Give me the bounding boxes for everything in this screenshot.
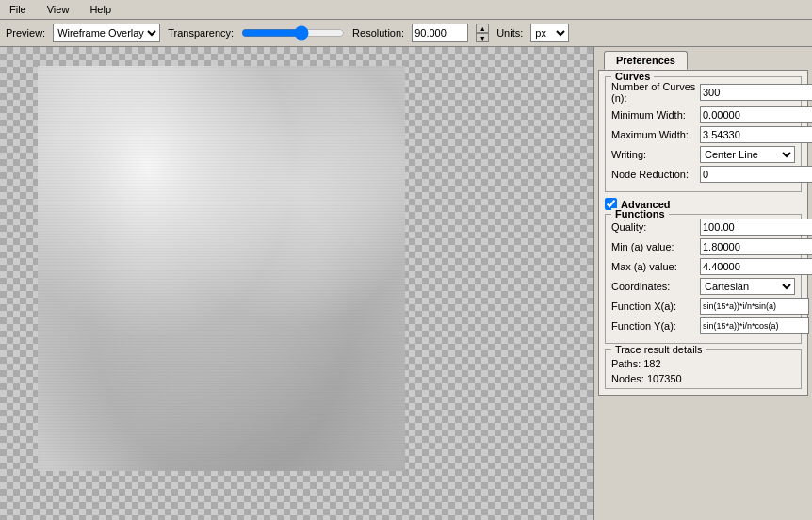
menu-view[interactable]: View — [41, 2, 75, 17]
node-reduction-label: Node Reduction: — [611, 169, 696, 180]
transparency-label: Transparency: — [168, 27, 234, 39]
function-y-label: Function Y(a): — [611, 320, 696, 332]
writing-control: Center Line Outline — [700, 146, 795, 163]
preview-label: Preview: — [6, 27, 45, 39]
nodes-label: Nodes: — [611, 373, 644, 384]
max-width-row: Maximum Width: ▲ ▼ — [611, 126, 795, 143]
function-y-control — [700, 317, 809, 334]
right-panel: Preferences Curves Number of Curves (n):… — [593, 47, 812, 520]
transparency-slider-container — [241, 25, 345, 41]
trace-result-section: Trace result details Paths: 182 Nodes: 1… — [605, 349, 802, 389]
node-reduction-input[interactable] — [700, 166, 812, 183]
max-a-row: Max (a) value: ▲ ▼ — [611, 258, 795, 275]
max-width-control: ▲ ▼ — [700, 126, 812, 143]
min-a-control: ▲ ▼ — [700, 238, 812, 255]
paths-label: Paths: — [611, 358, 641, 369]
image-container — [38, 66, 405, 471]
tab-preferences[interactable]: Preferences — [604, 51, 688, 70]
max-a-input[interactable] — [700, 258, 812, 275]
writing-select[interactable]: Center Line Outline — [700, 146, 795, 163]
tab-bar: Preferences — [594, 47, 812, 70]
min-width-control: ▲ ▼ — [700, 106, 812, 123]
node-reduction-row: Node Reduction: ▲ ▼ — [611, 166, 795, 183]
curves-count-row: Number of Curves (n): ▲ ▼ — [611, 81, 795, 104]
units-label: Units: — [496, 27, 523, 39]
menu-help[interactable]: Help — [84, 2, 117, 17]
quality-row: Quality: ▲ ▼ — [611, 219, 795, 236]
resolution-label: Resolution: — [352, 27, 404, 39]
quality-label: Quality: — [611, 221, 696, 233]
resolution-spinner: ▲ ▼ — [476, 24, 489, 42]
writing-label: Writing: — [611, 149, 696, 160]
function-x-control — [700, 298, 809, 315]
function-x-row: Function X(a): — [611, 298, 795, 315]
coordinates-control: Cartesian Polar — [700, 278, 795, 295]
min-width-row: Minimum Width: ▲ ▼ — [611, 106, 795, 123]
curves-section: Curves Number of Curves (n): ▲ ▼ Minimum… — [605, 76, 802, 192]
resolution-down[interactable]: ▼ — [476, 33, 489, 42]
main-area: Preferences Curves Number of Curves (n):… — [0, 47, 812, 520]
min-a-label: Min (a) value: — [611, 241, 696, 252]
quality-control: ▲ ▼ — [700, 219, 812, 236]
trace-image — [38, 66, 405, 471]
max-width-input[interactable] — [700, 126, 812, 143]
min-a-row: Min (a) value: ▲ ▼ — [611, 238, 795, 255]
menu-file[interactable]: File — [4, 2, 32, 17]
paths-row: Paths: 182 — [611, 358, 795, 369]
transparency-slider[interactable] — [241, 25, 345, 41]
max-a-label: Max (a) value: — [611, 261, 696, 272]
max-a-control: ▲ ▼ — [700, 258, 812, 275]
min-width-input[interactable] — [700, 106, 812, 123]
curves-count-control: ▲ ▼ — [700, 84, 812, 101]
menubar: File View Help — [0, 0, 812, 20]
curves-title: Curves — [611, 71, 654, 82]
function-x-input[interactable] — [700, 298, 809, 315]
min-a-input[interactable] — [700, 238, 812, 255]
function-x-label: Function X(a): — [611, 301, 696, 312]
curves-count-label: Number of Curves (n): — [611, 81, 696, 104]
function-y-row: Function Y(a): — [611, 317, 795, 334]
function-y-input[interactable] — [700, 317, 809, 334]
toolbar: Preview: Wireframe Overlay No Preview Pr… — [0, 20, 812, 47]
functions-section: Functions Quality: ▲ ▼ Min (a) value: — [605, 214, 802, 344]
node-reduction-control: ▲ ▼ — [700, 166, 812, 183]
preview-select[interactable]: Wireframe Overlay No Preview Preview Out… — [53, 24, 160, 42]
panel-content: Curves Number of Curves (n): ▲ ▼ Minimum… — [598, 70, 808, 396]
coordinates-select[interactable]: Cartesian Polar — [700, 278, 795, 295]
curves-count-input[interactable] — [700, 84, 812, 101]
min-width-label: Minimum Width: — [611, 109, 696, 121]
coordinates-label: Coordinates: — [611, 281, 696, 292]
resolution-up[interactable]: ▲ — [476, 24, 489, 33]
quality-input[interactable] — [700, 219, 812, 236]
writing-row: Writing: Center Line Outline — [611, 146, 795, 163]
nodes-value: 107350 — [647, 373, 682, 384]
resolution-input[interactable] — [412, 24, 468, 42]
canvas-area[interactable] — [0, 47, 593, 520]
trace-result-title: Trace result details — [611, 344, 706, 355]
max-width-label: Maximum Width: — [611, 129, 696, 140]
coordinates-row: Coordinates: Cartesian Polar — [611, 278, 795, 295]
paths-value: 182 — [643, 358, 660, 369]
nodes-row: Nodes: 107350 — [611, 373, 795, 384]
functions-title: Functions — [611, 208, 669, 219]
units-select[interactable]: px in cm mm — [530, 24, 569, 42]
